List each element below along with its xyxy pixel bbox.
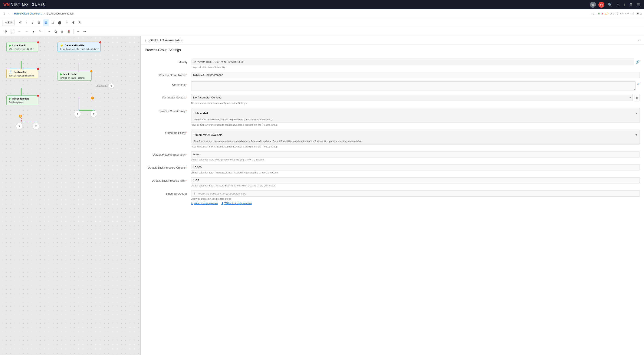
node-status-dot-3: [37, 95, 39, 97]
home-icon[interactable]: ⌂: [2, 12, 6, 16]
table-button[interactable]: ≡: [64, 20, 70, 26]
node-replace-text[interactable]: 📄 ReplaceText Set static text and dateti…: [6, 69, 38, 78]
funnel-icon-inline[interactable]: ▼: [108, 83, 114, 89]
flow-button[interactable]: ⬤: [56, 20, 63, 26]
flowfile-concurrency-row: FlowFile Concurrency Unbounded ▾ The num…: [140, 106, 644, 128]
grid-button[interactable]: ⊟: [43, 20, 49, 26]
funnel-2[interactable]: ▼: [32, 123, 40, 130]
monitor-icon[interactable]: 🖥: [628, 2, 633, 8]
panel-download-icon[interactable]: ↓: [145, 38, 146, 42]
outbound-description: FlowFiles that are queued up to be trans…: [191, 140, 640, 144]
node-icon: ▶: [9, 44, 11, 47]
parameter-context-label: Parameter Context: [145, 94, 188, 99]
expand-comments-button[interactable]: ⤢: [637, 82, 640, 86]
download-button[interactable]: ↓: [30, 20, 35, 26]
node-header-2: 📄 ReplaceText: [9, 70, 36, 74]
node-icon-3: ▶: [9, 97, 11, 100]
outbound-value: Stream When Available: [194, 133, 222, 137]
funnel-4[interactable]: ▼: [90, 110, 97, 117]
comments-row: Comments ⤢: [140, 80, 644, 93]
without-outside-services-button[interactable]: ⬇ Without outside services: [221, 202, 252, 205]
search-icon[interactable]: 🔍: [607, 2, 613, 8]
badge-x2: ✕ 0: [625, 12, 629, 15]
identity-copy-button[interactable]: 🔗: [636, 60, 640, 64]
panel-header: ↓ IGUASU Dokumentation ⤢: [140, 36, 644, 45]
service-buttons: ⬇ With outside services ⬇ Without outsid…: [191, 202, 640, 205]
copy-button[interactable]: ⧉: [53, 28, 58, 35]
paste-button[interactable]: ⊕: [59, 28, 65, 35]
settings-title: Process Group Settings: [140, 45, 644, 54]
fullscreen-icon[interactable]: □: [640, 12, 642, 15]
badge-timer: ⏱ 0: [610, 12, 614, 15]
redo-button[interactable]: ↪: [82, 28, 88, 35]
layout-icon[interactable]: ⊟: [637, 12, 639, 15]
concurrency-dropdown-button[interactable]: ▾: [636, 110, 637, 117]
avatar-ke[interactable]: ke: [598, 2, 604, 8]
outbound-header: Stream When Available ▾: [191, 130, 640, 140]
panel-title: IGUASU Dokumentation: [149, 38, 183, 42]
delete-button[interactable]: 🗑: [66, 28, 72, 35]
history-button[interactable]: ↺: [17, 20, 24, 26]
upload-button[interactable]: ↑: [24, 20, 30, 26]
grid-list-button[interactable]: ⊞: [36, 20, 42, 26]
avatar-sp[interactable]: sp: [590, 2, 596, 8]
back-button[interactable]: ←: [7, 12, 12, 16]
settings2-button[interactable]: ⚙: [2, 28, 9, 35]
filter-button[interactable]: ▼: [30, 28, 37, 35]
node-subtitle-5: Invokes an INUBIT listener: [60, 77, 89, 79]
main-toolbar: ✏ Edit ↺ ↑ ↓ ⊞ ⊟ □ ⬤ ≡ ⚙ ↻: [0, 18, 644, 27]
node-header-5: ▶ InvokeInubit: [60, 73, 89, 76]
identity-input-wrap: 🔗: [191, 59, 640, 65]
group-button[interactable]: ⛶: [9, 28, 16, 35]
flowfile-expiration-input[interactable]: [191, 151, 640, 157]
with-outside-services-button[interactable]: ⬇ With outside services: [191, 202, 218, 205]
edit2-button[interactable]: ✎: [37, 28, 44, 35]
canvas-area[interactable]: ▶ ListenInubit Will be called from INUBI…: [0, 36, 140, 355]
cut-button[interactable]: ✂: [46, 28, 52, 35]
edit-button[interactable]: ✏ Edit: [2, 20, 15, 25]
edit-label: Edit: [8, 21, 12, 24]
badge-warnings: △ 0: [605, 12, 608, 15]
back-pressure-objects-control: Default value for 'Back Pressure Object …: [191, 164, 640, 174]
node-listen-inubit[interactable]: ▶ ListenInubit Will be called from INUBI…: [6, 42, 38, 52]
back-pressure-objects-hint: Default value for 'Back Pressure Object …: [191, 171, 640, 174]
node-respond-inubit[interactable]: ▶ RespondInubit Send response: [6, 96, 38, 105]
funnel-1[interactable]: ▼: [16, 123, 23, 130]
outbound-dropdown-button[interactable]: ▾: [636, 132, 637, 138]
menu-icon[interactable]: ☰: [636, 2, 640, 8]
concurrency-header: Unbounded ▾: [191, 108, 640, 118]
respond-error-mark: ✕: [19, 115, 22, 118]
comments-input[interactable]: [191, 81, 636, 91]
warning-icon[interactable]: ⚠: [616, 2, 620, 8]
import-button[interactable]: →: [16, 28, 23, 35]
export-button[interactable]: ←: [23, 28, 30, 35]
outbound-policy-row: Outbound Policy Stream When Available ▾ …: [140, 128, 644, 150]
node-header-4: ⚡ GenerateFlowFile: [60, 44, 98, 47]
node-invoke-inubit[interactable]: ▶ InvokeInubit Invokes an INUBIT listene…: [58, 71, 92, 81]
process-group-name-input[interactable]: [191, 72, 640, 78]
breadcrumb-hybrid-cloud[interactable]: Hybrid Cloud Developm...: [14, 12, 43, 15]
refresh-button[interactable]: ↻: [77, 20, 84, 26]
settings-button[interactable]: ⚙: [70, 20, 76, 26]
parameter-context-control: No Parameter Context ▾ {} The parameter …: [191, 94, 640, 104]
back-pressure-size-input[interactable]: [191, 177, 640, 183]
toolbar-separator-2: [74, 29, 74, 34]
without-services-icon: ⬇: [221, 202, 224, 205]
expand-icon[interactable]: ⤢: [638, 39, 640, 42]
parameter-context-select-wrap: No Parameter Context ▾ {}: [191, 94, 640, 101]
badge-arrows-active: → 0: [595, 12, 600, 15]
breadcrumb-separator-1: ›: [12, 12, 13, 15]
breadcrumb: ⌂ ← › Hybrid Cloud Developm... › IGUASU …: [2, 12, 74, 16]
back-pressure-size-row: Default Back Pressure Size Default value…: [140, 176, 644, 189]
undo-button[interactable]: ↩: [75, 28, 81, 35]
back-pressure-objects-input[interactable]: [191, 164, 640, 170]
identity-input[interactable]: [191, 59, 634, 65]
node-generate-flow-file[interactable]: ⚡ GenerateFlowFile To start and sets sta…: [58, 42, 100, 52]
single-view-button[interactable]: □: [50, 20, 55, 26]
info-icon[interactable]: ℹ: [623, 2, 626, 8]
funnel-3[interactable]: ▼: [74, 110, 81, 117]
parameter-context-select[interactable]: No Parameter Context: [191, 94, 633, 101]
back-pressure-size-hint: Default value for 'Back Pressure Size Th…: [191, 184, 640, 187]
parameter-context-code-button[interactable]: {}: [634, 94, 640, 101]
concurrency-box: Unbounded ▾ The number of FlowFiles that…: [191, 108, 640, 123]
